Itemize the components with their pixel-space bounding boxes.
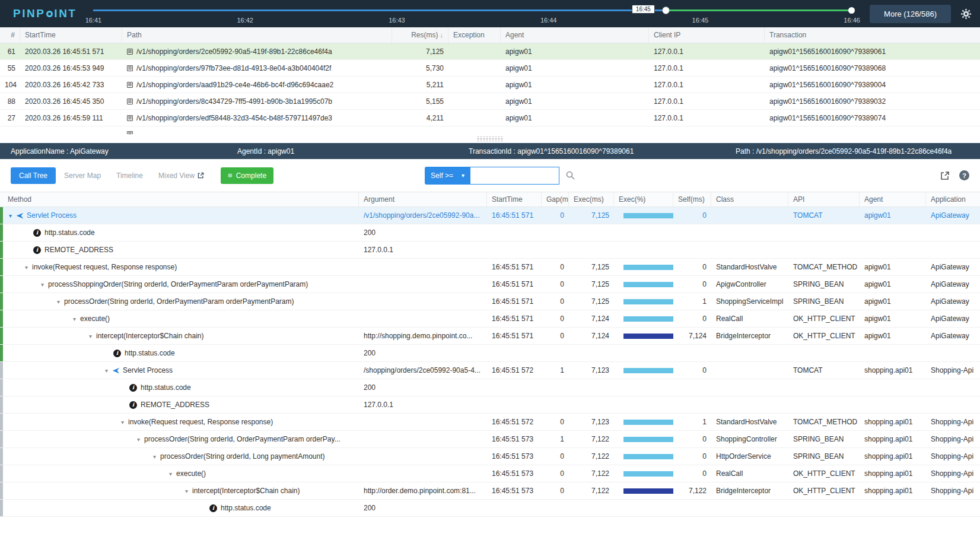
transaction-row[interactable]: 272020.03.26 16:45:59 111/v1/shopping/or… <box>0 110 980 126</box>
call-tree-body: ▾Servlet Process/v1/shopping/orders/2ce0… <box>0 207 980 517</box>
txn-path-text: /v1/shopping/orders/aad91b29-ce4e-46b6-b… <box>136 81 333 89</box>
chevron-down-icon[interactable]: ▾ <box>41 281 44 288</box>
tab-timeline[interactable]: Timeline <box>109 167 150 184</box>
tree-cell-exec-pct <box>614 471 673 477</box>
tab-call-tree[interactable]: Call Tree <box>11 167 56 184</box>
tree-cell-api: TOMCAT_METHOD <box>788 418 860 426</box>
exec-percent-bar <box>623 420 673 425</box>
chevron-down-icon[interactable]: ▾ <box>25 264 28 271</box>
chevron-down-icon[interactable]: ▾ <box>185 488 188 494</box>
call-tree-row[interactable]: iREMOTE_ADDRESS127.0.0.1 <box>0 396 980 414</box>
chevron-down-icon[interactable]: ▾ <box>121 419 124 425</box>
tree-cell-starttime: 16:45:51 573 <box>487 452 542 461</box>
txn-col-res-ms[interactable]: Res(ms)↓ <box>392 27 448 43</box>
tree-cell-argument: http://shopping.demo.pinpoint.co... <box>359 332 487 340</box>
tree-cell-method: ihttp.status.code <box>3 349 359 357</box>
call-tree-row[interactable]: ▾execute()16:45:51 57107,1240RealCallOK_… <box>0 310 980 328</box>
transaction-row[interactable]: 552020.03.26 16:45:53 949/v1/shopping/or… <box>0 60 980 77</box>
chevron-down-icon[interactable]: ▾ <box>57 299 60 305</box>
call-tree-row[interactable]: ihttp.status.code200 <box>0 379 980 396</box>
call-tree-row[interactable]: ▾invoke(Request request, Response respon… <box>0 414 980 431</box>
timeline-tick: 16:41 <box>85 17 102 24</box>
txn-cell-path: /v1/shopping/orders/aad91b29-ce4e-46b6-b… <box>122 81 392 89</box>
call-tree-row[interactable]: ▾processShoppingOrder(String orderId, Or… <box>0 276 980 293</box>
txn-col-agent[interactable]: Agent <box>501 27 649 43</box>
tree-cell-exec: 7,124 <box>569 332 614 340</box>
call-tree-row[interactable]: ▾Servlet Process/v1/shopping/orders/2ce0… <box>0 207 980 224</box>
help-icon[interactable]: ? <box>959 170 969 180</box>
chevron-down-icon[interactable]: ▾ <box>89 333 92 339</box>
call-tree-row[interactable]: ihttp.status.code200 <box>0 500 980 517</box>
call-tree-section: MethodArgumentStartTimeGap(ms)Exec(ms)Ex… <box>0 192 980 517</box>
exec-percent-bar <box>623 299 673 304</box>
external-link-icon <box>198 172 204 179</box>
tree-cell-api: SPRING_BEAN <box>788 452 860 461</box>
chevron-down-icon[interactable]: ▾ <box>137 436 140 443</box>
txn-cell-transaction: apigw01^1565160016090^79389004 <box>765 81 980 89</box>
search-icon[interactable] <box>565 170 575 180</box>
call-tree-row[interactable]: ▾invoke(Request request, Response respon… <box>0 259 980 276</box>
call-tree-row[interactable]: ▾intercept(Interceptor$Chain chain)http:… <box>0 482 980 500</box>
call-tree-row[interactable]: ▾processOrder(String orderId, OrderPayme… <box>0 293 980 310</box>
tree-cell-gap: 0 <box>542 332 569 340</box>
tree-cell-self: 0 <box>673 435 711 443</box>
transaction-row[interactable] <box>0 126 980 134</box>
transaction-row[interactable]: 882020.03.26 16:45:45 350/v1/shopping/or… <box>0 93 980 110</box>
call-tree-row[interactable]: ▾execute()16:45:51 57307,1220RealCallOK_… <box>0 465 980 482</box>
transaction-row[interactable]: 612020.03.26 16:45:51 571/v1/shopping/or… <box>0 43 980 60</box>
view-tabs: Call TreeServer MapTimelineMixed View <box>11 167 212 184</box>
tab-label: Server Map <box>64 172 101 180</box>
call-tree-row[interactable]: ▾Servlet Process/shopping/orders/2ce0599… <box>0 362 980 379</box>
transaction-row[interactable]: 1042020.03.26 16:45:42 733/v1/shopping/o… <box>0 77 980 93</box>
txn-col-[interactable]: # <box>0 27 20 43</box>
call-tree-row[interactable]: iREMOTE_ADDRESS127.0.0.1 <box>0 242 980 259</box>
call-tree-row[interactable]: ihttp.status.code200 <box>0 345 980 362</box>
toolbar-right: ? <box>940 170 980 180</box>
chevron-down-icon[interactable]: ▾ <box>105 367 108 374</box>
tree-cell-method: ihttp.status.code <box>3 228 359 237</box>
chevron-down-icon[interactable]: ▾ <box>73 316 76 322</box>
txn-col-starttime[interactable]: StartTime <box>20 27 122 43</box>
tree-cell-exec-pct <box>614 282 673 287</box>
call-tree-row[interactable]: ihttp.status.code200 <box>0 224 980 242</box>
txn-col-transaction[interactable]: Transaction <box>765 27 980 43</box>
txn-cell-agent: apigw01 <box>501 64 649 72</box>
search-input[interactable] <box>470 167 559 185</box>
tree-col-exec: Exec(%) <box>614 192 673 207</box>
txn-col-path[interactable]: Path <box>122 27 392 43</box>
exec-percent-bar <box>623 454 673 459</box>
tree-cell-exec: 7,125 <box>569 297 614 306</box>
call-tree-row[interactable]: ▾processOrder(String orderId, OrderPayme… <box>0 431 980 448</box>
tree-cell-gap: 0 <box>542 487 569 495</box>
search-filter-select[interactable]: Self >= ▾ <box>425 167 470 185</box>
open-in-new-window-icon[interactable] <box>940 171 950 180</box>
txn-col-client-ip[interactable]: Client IP <box>649 27 765 43</box>
chevron-down-icon[interactable]: ▾ <box>9 212 12 219</box>
more-button[interactable]: More (126/586) <box>870 5 951 23</box>
tree-cell-argument: http://order.demo.pinpoint.com:81... <box>359 487 487 495</box>
call-tree-row[interactable]: ▾processOrder(String orderId, Long payme… <box>0 448 980 465</box>
tree-cell-method: ▾processOrder(String orderId, OrderPayme… <box>3 297 359 306</box>
timeline-slider-handle[interactable] <box>662 7 670 14</box>
tree-cell-agent: shopping.api01 <box>860 487 926 495</box>
timeline-end-handle[interactable] <box>848 7 855 14</box>
tree-cell-method: iREMOTE_ADDRESS <box>3 246 359 254</box>
call-tree-row[interactable]: ▾intercept(Interceptor$Chain chain)http:… <box>0 328 980 345</box>
timeline-tick: 16:46 <box>844 17 860 24</box>
splitter-grip[interactable] <box>477 136 503 141</box>
txn-col-exception[interactable]: Exception <box>448 27 501 43</box>
chevron-down-icon[interactable]: ▾ <box>153 453 156 460</box>
complete-button[interactable]: ≡ Complete <box>221 167 273 184</box>
tab-mixed-view[interactable]: Mixed View <box>151 167 211 184</box>
chevron-down-icon[interactable]: ▾ <box>169 471 172 477</box>
tree-cell-exec-pct <box>614 368 673 373</box>
tree-cell-starttime: 16:45:51 573 <box>487 487 542 495</box>
settings-gear-icon[interactable] <box>960 8 972 20</box>
tree-col-application: Application <box>926 192 980 207</box>
tree-col-exec-ms: Exec(ms) <box>569 192 614 207</box>
timeline-ticks: 16:4116:4216:4316:4416:4516:46 <box>93 17 852 25</box>
tree-cell-self: 0 <box>673 469 711 478</box>
tab-server-map[interactable]: Server Map <box>57 167 108 184</box>
timeline-track[interactable]: 16:45 <box>93 9 852 11</box>
tree-cell-application: ApiGateway <box>926 332 980 340</box>
